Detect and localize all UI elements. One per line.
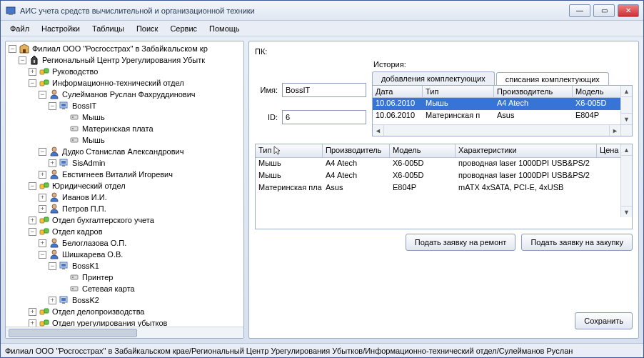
col-header[interactable]: Модель xyxy=(573,86,623,97)
menu-Сервис[interactable]: Сервис xyxy=(165,23,202,34)
scroll-down-icon[interactable]: ▼ xyxy=(621,206,632,217)
col-header[interactable]: Модель xyxy=(390,144,456,157)
folder-icon xyxy=(39,306,50,317)
tree-node[interactable]: −Отдел кадров xyxy=(9,226,243,237)
hw-icon xyxy=(69,111,80,123)
vscrollbar[interactable]: ▲▼ xyxy=(620,86,632,124)
expand-button[interactable]: − xyxy=(49,102,56,110)
hw-icon xyxy=(69,123,80,134)
tree-node[interactable]: −BossIT xyxy=(9,100,243,111)
maximize-button[interactable]: ▭ xyxy=(593,4,615,17)
col-header[interactable]: Характеристики xyxy=(456,144,597,157)
tree-label: Мышь xyxy=(82,113,105,121)
tree-node[interactable]: −Региональный Центр Урегулирования Убытк xyxy=(9,54,243,66)
tree-label: Сулейманов Руслан Фахруддинович xyxy=(62,90,196,99)
close-button[interactable]: ✕ xyxy=(618,4,639,17)
top-row: Имя: ID: История: добавления комплектующ… xyxy=(255,60,633,136)
tree-node[interactable]: +Отдел бухгалтерского учета xyxy=(9,214,243,226)
expand-button[interactable]: + xyxy=(29,68,36,76)
tree-node[interactable]: −Филиал ООО "Росгосстрах" в Забайкальско… xyxy=(9,43,243,54)
expand-button[interactable]: + xyxy=(29,319,36,327)
expand-button[interactable]: − xyxy=(19,56,26,64)
scroll-up-icon[interactable]: ▲ xyxy=(621,144,632,156)
tree-node[interactable]: +Белоглазова О.П. xyxy=(9,237,243,249)
tree-node[interactable]: +Руководство xyxy=(9,66,243,77)
tree-node[interactable]: +Евстигнеев Виталий Игоревич xyxy=(9,169,243,180)
expand-button[interactable]: + xyxy=(29,308,36,316)
expand-button[interactable]: + xyxy=(49,297,56,304)
svg-rect-11 xyxy=(62,108,65,109)
expand-button[interactable]: + xyxy=(29,217,36,224)
tree-node[interactable]: Мышь xyxy=(9,134,243,146)
tree-node[interactable]: +Иванов И.И. xyxy=(9,192,243,203)
tree-node[interactable]: +Отдел урегулирования убытков xyxy=(9,317,243,327)
name-input[interactable] xyxy=(282,83,366,97)
expand-button[interactable]: − xyxy=(9,45,16,53)
tree-node[interactable]: −BossK1 xyxy=(9,260,243,272)
expand-button[interactable]: + xyxy=(39,171,46,179)
tree[interactable]: −Филиал ООО "Росгосстрах" в Забайкальско… xyxy=(6,41,243,327)
building-icon xyxy=(19,43,30,54)
id-input[interactable] xyxy=(282,110,366,124)
tree-node[interactable]: +SisAdmin xyxy=(9,157,243,169)
tree-node[interactable]: Материнская плата xyxy=(9,123,243,134)
tree-node[interactable]: −Информационно-технический отдел xyxy=(9,77,243,89)
col-header[interactable]: Цена xyxy=(597,144,621,157)
expand-button[interactable]: + xyxy=(39,194,46,202)
expand-button[interactable]: + xyxy=(39,205,46,213)
expand-button[interactable]: − xyxy=(29,228,36,236)
expand-button[interactable]: − xyxy=(39,251,46,259)
svg-rect-35 xyxy=(62,268,65,269)
scroll-up-icon[interactable]: ▲ xyxy=(621,86,632,97)
tree-node[interactable]: +BossK2 xyxy=(9,294,243,306)
history-tab-0[interactable]: добавления комплектующих xyxy=(372,71,495,85)
component-row[interactable]: Материнская плаAsusE804PmATX 4xSATA, PCI… xyxy=(256,182,632,194)
expand-button[interactable]: − xyxy=(39,148,46,156)
tree-node[interactable]: Принтер xyxy=(9,272,243,283)
expand-button[interactable]: − xyxy=(29,79,36,87)
expand-button[interactable]: − xyxy=(29,182,36,190)
expand-button[interactable]: − xyxy=(49,262,56,270)
tree-node[interactable]: Мышь xyxy=(9,111,243,123)
tree-node[interactable]: +Петров П.П. xyxy=(9,203,243,214)
vscrollbar[interactable]: ▲▼ xyxy=(620,144,632,217)
status-text: Филиал ООО "Росгосстрах" в Забайкальском… xyxy=(5,347,573,355)
expand-button[interactable]: + xyxy=(49,159,56,167)
scroll-left-icon[interactable]: ◄ xyxy=(373,125,384,136)
history-tab-1[interactable]: списания комплектующих xyxy=(496,72,609,86)
component-row[interactable]: МышьA4 AtechX6-005Dпроводная laser 1000D… xyxy=(256,158,632,170)
menu-Настройки[interactable]: Настройки xyxy=(36,23,85,34)
col-header[interactable]: Производитель xyxy=(494,86,573,97)
col-header[interactable]: Дата xyxy=(373,86,423,97)
svg-rect-37 xyxy=(72,277,74,278)
minimize-button[interactable]: — xyxy=(569,4,590,17)
menu-Файл[interactable]: Файл xyxy=(5,23,34,34)
tree-node[interactable]: −Дудко Станислав Александрович xyxy=(9,146,243,157)
tree-node[interactable]: Сетевая карта xyxy=(9,283,243,294)
tree-node[interactable]: +Отдел делопроизводства xyxy=(9,306,243,317)
hscrollbar[interactable]: ◄► xyxy=(373,124,620,136)
col-header[interactable]: Тип xyxy=(256,144,323,157)
col-header[interactable]: Тип xyxy=(423,86,494,97)
tree-hscrollbar[interactable] xyxy=(6,327,243,338)
menu-Таблицы[interactable]: Таблицы xyxy=(87,23,129,34)
history-row[interactable]: 10.06.2010МышьA4 AtechX6-005D xyxy=(373,98,632,110)
svg-rect-4 xyxy=(40,70,44,74)
repair-request-button[interactable]: Подать заявку на ремонт xyxy=(406,234,516,251)
menu-Помощь[interactable]: Помощь xyxy=(204,23,245,34)
purchase-request-button[interactable]: Подать заявку на закупку xyxy=(521,234,633,251)
cell: E804P xyxy=(390,182,456,194)
menu-Поиск[interactable]: Поиск xyxy=(131,23,163,34)
component-row[interactable]: МышьA4 AtechX6-005Dпроводная laser 1000D… xyxy=(256,170,632,182)
history-row[interactable]: 10.06.2010Материнская пAsusE804P xyxy=(373,110,632,122)
save-button[interactable]: Сохранить xyxy=(575,312,633,329)
scroll-thumb[interactable] xyxy=(9,329,137,337)
tree-node[interactable]: −Шишкарева О.В. xyxy=(9,249,243,260)
expand-button[interactable]: − xyxy=(39,91,46,99)
tree-node[interactable]: −Юридический отдел xyxy=(9,180,243,192)
scroll-down-icon[interactable]: ▼ xyxy=(621,113,632,124)
expand-button[interactable]: + xyxy=(39,239,46,247)
col-header[interactable]: Производитель xyxy=(323,144,390,157)
scroll-right-icon[interactable]: ► xyxy=(609,125,620,136)
tree-node[interactable]: −Сулейманов Руслан Фахруддинович xyxy=(9,89,243,100)
